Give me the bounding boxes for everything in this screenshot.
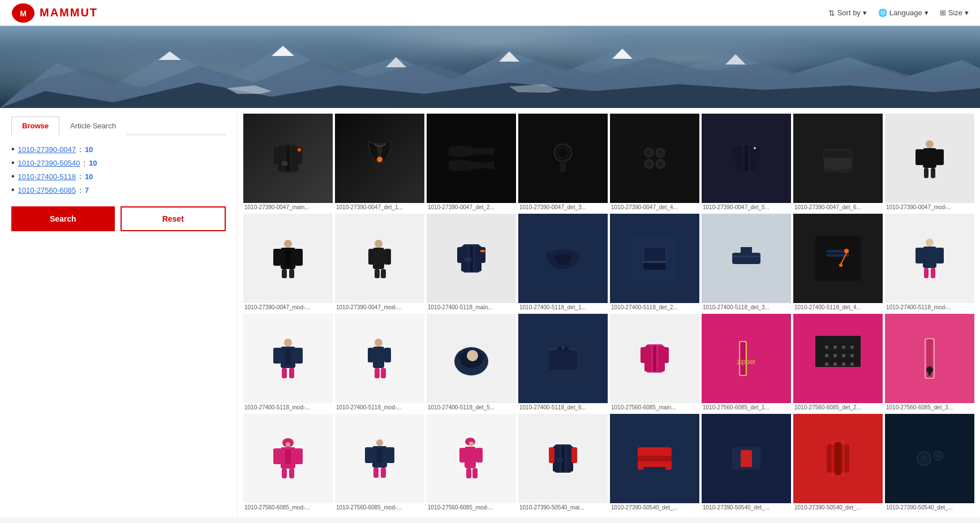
- gallery-item[interactable]: 1010-27400-5118_det_2...: [610, 214, 699, 312]
- gallery-thumbnail: [427, 114, 516, 203]
- svg-rect-117: [663, 347, 669, 363]
- svg-point-33: [647, 162, 651, 166]
- gallery-thumbnail: [335, 114, 424, 203]
- gallery-item[interactable]: 1010-27560-6085_det_3...: [885, 314, 974, 412]
- svg-rect-54: [273, 249, 281, 266]
- language-control[interactable]: 🌐 Language ▾: [878, 8, 929, 17]
- svg-rect-144: [273, 448, 281, 464]
- gallery-item[interactable]: 1010-27390-0047_mod-...: [885, 114, 974, 211]
- gallery-thumbnail: [885, 414, 974, 503]
- header: M MAMMUT ⇅ Sort by ▾ 🌐 Language ▾ ⊞ Size…: [0, 0, 980, 26]
- gallery-item[interactable]: 1010-27390-0047_mod-...: [243, 214, 333, 312]
- gallery-item[interactable]: 1010-27560-6085_mod-...: [243, 414, 333, 512]
- article-number[interactable]: 1010-27400-5118: [18, 172, 76, 181]
- article-number[interactable]: 1010-27390-50540: [18, 159, 80, 167]
- gallery-thumbnail: [885, 114, 974, 203]
- gallery-item[interactable]: 1010-27390-50540_det_...: [610, 414, 699, 512]
- gallery-item[interactable]: 1010-27560-6085_mod-...: [427, 414, 516, 512]
- svg-rect-69: [457, 247, 463, 263]
- gallery-item[interactable]: 1010-27390-50540_det_...: [793, 414, 883, 512]
- gallery-thumbnail: [610, 214, 699, 303]
- svg-rect-168: [571, 447, 577, 463]
- bullet-icon: •: [11, 158, 15, 168]
- search-button[interactable]: Search: [11, 206, 115, 231]
- gallery-item-label: 1010-27390-50540_det_...: [885, 503, 974, 512]
- article-number[interactable]: 1010-27390-0047: [18, 145, 76, 154]
- tab-article-search[interactable]: Article Search: [59, 116, 127, 135]
- reset-button[interactable]: Reset: [121, 206, 226, 231]
- gallery-thumbnail: [518, 414, 608, 503]
- gallery-item[interactable]: 1010-27400-5118_det_1...: [518, 214, 608, 312]
- gallery-item-label: 1010-27390-0047_det_2...: [427, 203, 516, 211]
- svg-point-149: [376, 439, 383, 446]
- svg-rect-70: [480, 247, 485, 263]
- gallery-thumbnail: [702, 114, 791, 203]
- svg-text:zipper: zipper: [737, 358, 756, 366]
- gallery-item[interactable]: 1010-27400-5118_mod-...: [335, 314, 424, 412]
- svg-rect-91: [931, 268, 935, 278]
- sort-by-control[interactable]: ⇅ Sort by ▾: [828, 8, 867, 18]
- gallery-item[interactable]: zipper 1010-27560-6085_det_1...: [702, 314, 791, 412]
- gallery-item-label: 1010-27390-0047_det_4...: [610, 203, 699, 211]
- gallery-item[interactable]: 1010-27400-5118_det_5...: [427, 314, 516, 412]
- svg-rect-160: [476, 448, 483, 463]
- gallery-item[interactable]: 1010-27390-50540_det_...: [885, 414, 974, 512]
- svg-point-111: [562, 347, 564, 349]
- gallery-item[interactable]: 1010-27390-50540_mai...: [518, 414, 608, 512]
- article-number[interactable]: 1010-27560-6085: [18, 186, 76, 194]
- svg-point-142: [286, 442, 290, 447]
- gallery-item[interactable]: 1010-27390-0047_det_4...: [610, 114, 699, 211]
- svg-rect-88: [915, 248, 923, 263]
- gallery-item[interactable]: 1010-27390-50540_det_...: [702, 414, 791, 512]
- list-item: • 1010-27400-5118 : 10: [11, 171, 226, 181]
- svg-point-123: [825, 345, 828, 349]
- gallery-thumbnail: [610, 114, 699, 203]
- svg-point-29: [647, 150, 651, 155]
- gallery-item-label: 1010-27560-6085_main...: [610, 403, 699, 412]
- gallery-thumbnail: [885, 214, 974, 303]
- gallery-thumbnail: [518, 314, 608, 403]
- gallery-item[interactable]: 1010-27560-6085_mod-...: [335, 414, 424, 512]
- svg-point-59: [375, 240, 382, 248]
- gallery-item[interactable]: 1010-27390-0047_det_5...: [702, 114, 791, 211]
- gallery-thumbnail: [885, 314, 974, 403]
- logo: M MAMMUT: [11, 3, 98, 23]
- gallery-item[interactable]: 1010-27390-0047_det_1...: [335, 114, 424, 211]
- image-gallery: 1010-27390-0047_main... 1010-27390-0047_…: [238, 108, 980, 517]
- svg-point-125: [842, 345, 845, 349]
- gallery-item[interactable]: 1010-27400-5118_mod-...: [243, 314, 333, 412]
- gallery-item[interactable]: 1010-27390-0047_det_3...: [518, 114, 608, 211]
- svg-rect-48: [915, 149, 923, 165]
- gallery-thumbnail: [427, 414, 516, 503]
- bullet-icon: •: [11, 144, 15, 154]
- gallery-item[interactable]: 1010-27400-5118_mod-...: [885, 214, 974, 312]
- tab-browse[interactable]: Browse: [11, 116, 59, 135]
- gallery-item[interactable]: 1010-27400-5118_det_4...: [793, 214, 883, 312]
- svg-point-182: [921, 455, 927, 462]
- gallery-item[interactable]: 1010-27400-5118_det_3...: [702, 214, 791, 312]
- gallery-item[interactable]: 1010-27560-6085_main...: [610, 314, 699, 412]
- gallery-item[interactable]: 1010-27400-5118_det_6...: [518, 314, 608, 412]
- svg-point-35: [658, 162, 663, 166]
- list-item: • 1010-27390-50540 : 10: [11, 158, 226, 168]
- gallery-grid: 1010-27390-0047_main... 1010-27390-0047_…: [243, 114, 974, 512]
- svg-point-46: [926, 140, 934, 148]
- gallery-item[interactable]: 1010-27560-6085_det_2...: [793, 314, 883, 412]
- gallery-item[interactable]: 1010-27390-0047_mod-...: [335, 214, 424, 312]
- gallery-item[interactable]: 1010-27390-0047_det_2...: [427, 114, 516, 211]
- sort-by-label: Sort by: [837, 8, 861, 17]
- gallery-item-label: 1010-27400-5118_det_3...: [702, 303, 791, 312]
- gallery-item[interactable]: 1010-27390-0047_main...: [243, 114, 333, 211]
- svg-rect-175: [743, 467, 749, 470]
- gallery-item[interactable]: 1010-27390-0047_det_6...: [793, 114, 883, 211]
- globe-icon: 🌐: [878, 8, 887, 17]
- svg-rect-71: [465, 257, 471, 262]
- size-control[interactable]: ⊞ Size ▾: [940, 8, 969, 17]
- svg-point-130: [850, 354, 854, 357]
- svg-rect-63: [375, 269, 380, 278]
- svg-rect-49: [936, 149, 944, 165]
- svg-rect-60: [373, 248, 384, 269]
- gallery-thumbnail: [518, 214, 608, 303]
- svg-rect-51: [931, 168, 935, 178]
- gallery-item[interactable]: 1010-27400-5118_main...: [427, 214, 516, 312]
